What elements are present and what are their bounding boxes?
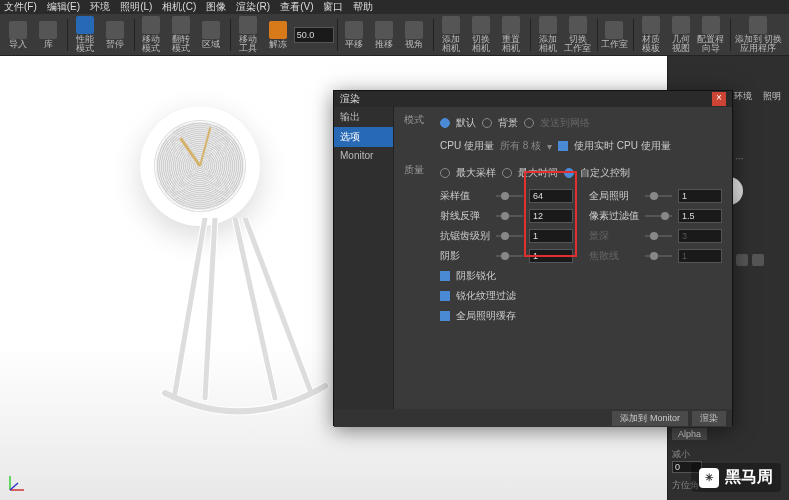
caustics-label: 焦散线 [589, 249, 639, 263]
menu-edit[interactable]: 编辑(E) [47, 0, 80, 14]
alpha-button[interactable]: Alpha [672, 428, 707, 440]
cb-shadow-sharp-label: 阴影锐化 [456, 269, 496, 283]
dof-input[interactable] [678, 229, 722, 243]
gi-input[interactable] [678, 189, 722, 203]
add-to-monitor-button[interactable]: 添加到 Monitor [612, 411, 688, 426]
tool-move-mode[interactable]: 移动 模式 [137, 15, 165, 55]
sample-label: 采样值 [440, 189, 490, 203]
cpu-usage-label: CPU 使用量 [440, 139, 494, 153]
caustics-input[interactable] [678, 249, 722, 263]
focal-spinner[interactable] [294, 27, 334, 43]
cpu-cores-label: 所有 8 核 [500, 139, 541, 153]
dof-label: 景深 [589, 229, 639, 243]
render-dialog: 渲染 × 输出 选项 Monitor 模式 默认 背景 发送到网络 CPU 使用… [333, 90, 733, 426]
clock-model [140, 106, 260, 226]
dlg-tab-monitor[interactable]: Monitor [334, 147, 393, 164]
main-menubar: 文件(F) 编辑(E) 环境 照明(L) 相机(C) 图像 渲染(R) 查看(V… [0, 0, 789, 14]
hdri-btn-5[interactable] [736, 254, 748, 266]
ps-label: 像素过滤值 [589, 209, 639, 223]
rb-slider[interactable] [496, 215, 523, 217]
menu-image[interactable]: 图像 [206, 0, 226, 14]
render-button[interactable]: 渲染 [692, 411, 726, 426]
tool-geom-view[interactable]: 几何 视图 [667, 15, 695, 55]
menu-file[interactable]: 文件(F) [4, 0, 37, 14]
gi-label: 全局照明 [589, 189, 639, 203]
radio-max-sample[interactable] [440, 168, 450, 178]
gi-slider[interactable] [645, 195, 672, 197]
tool-add-camera[interactable]: 添加 相机 [437, 15, 465, 55]
hdri-btn-6[interactable] [752, 254, 764, 266]
radio-background[interactable] [482, 118, 492, 128]
tool-switch-studio[interactable]: 切换 工作室 [564, 15, 592, 55]
cb-gi-cache-label: 全局照明缓存 [456, 309, 516, 323]
rtab2-env[interactable]: 环境 [734, 90, 752, 103]
cb-texture-filter[interactable] [440, 291, 450, 301]
radio-bg-label: 背景 [498, 116, 518, 130]
watermark-text: 黑马周 [725, 467, 773, 488]
tool-mat-template[interactable]: 材质 模板 [637, 15, 665, 55]
rtab2-light[interactable]: 照明 [763, 90, 781, 103]
svg-line-2 [10, 483, 18, 490]
radio-max-sample-label: 最大采样 [456, 166, 496, 180]
dialog-sidebar: 输出 选项 Monitor [334, 107, 394, 409]
axis-gizmo[interactable] [6, 472, 28, 494]
tool-pause[interactable]: 性能 模式 [71, 15, 99, 55]
shadow-slider[interactable] [496, 255, 523, 257]
tool-flip-mode[interactable]: 翻转 模式 [167, 15, 195, 55]
tool-studio[interactable]: 工作室 [600, 15, 628, 55]
menu-env[interactable]: 环境 [90, 0, 110, 14]
dialog-close-button[interactable]: × [712, 92, 726, 106]
radio-default-label: 默认 [456, 116, 476, 130]
tool-unfreeze[interactable]: 解冻 [264, 15, 292, 55]
caustics-slider[interactable] [645, 255, 672, 257]
menu-render[interactable]: 渲染(R) [236, 0, 270, 14]
rb-label: 射线反弹 [440, 209, 490, 223]
cb-texture-filter-label: 锐化纹理过滤 [456, 289, 516, 303]
wechat-icon: ✳ [699, 468, 719, 488]
radio-max-time[interactable] [502, 168, 512, 178]
tool-pan[interactable]: 平移 [340, 15, 368, 55]
tool-dolly[interactable]: 推移 [370, 15, 398, 55]
cb-realtime-cpu[interactable] [558, 141, 568, 151]
tool-import[interactable]: 导入 [4, 15, 32, 55]
dialog-titlebar[interactable]: 渲染 × [334, 91, 732, 107]
cb-gi-cache[interactable] [440, 311, 450, 321]
quality-label: 质量 [404, 163, 434, 177]
menu-camera[interactable]: 相机(C) [162, 0, 196, 14]
dof-slider[interactable] [645, 235, 672, 237]
tool-perspective[interactable]: 视角 [400, 15, 428, 55]
section-reduce: 减小 [672, 448, 785, 461]
tool-region[interactable]: 区域 [197, 15, 225, 55]
tool-config-wizard[interactable]: 配置程 向导 [697, 15, 725, 55]
ps-slider[interactable] [645, 215, 672, 217]
main-toolbar: 导入 库 性能 模式 暂停 移动 模式 翻转 模式 区域 移动 工具 解冻 平移… [0, 14, 789, 56]
menu-help[interactable]: 帮助 [353, 0, 373, 14]
menu-view[interactable]: 查看(V) [280, 0, 313, 14]
radio-send[interactable] [524, 118, 534, 128]
radio-send-label: 发送到网络 [540, 116, 590, 130]
menu-light[interactable]: 照明(L) [120, 0, 152, 14]
tool-reset-camera[interactable]: 重置 相机 [497, 15, 525, 55]
tool-pause2[interactable]: 暂停 [101, 15, 129, 55]
dlg-tab-options[interactable]: 选项 [334, 127, 393, 147]
dialog-footer: 添加到 Monitor 渲染 [334, 409, 732, 427]
sample-slider[interactable] [496, 195, 523, 197]
radio-custom-label: 自定义控制 [580, 166, 630, 180]
dialog-title-text: 渲染 [340, 92, 360, 106]
tool-add-app[interactable]: 添加到 切换应用程序 [734, 15, 783, 55]
cb-realtime-label: 使用实时 CPU 使用量 [574, 139, 671, 153]
tool-library[interactable]: 库 [34, 15, 62, 55]
tool-switch-camera[interactable]: 切换 相机 [467, 15, 495, 55]
tool-move[interactable]: 移动 工具 [234, 15, 262, 55]
ps-input[interactable] [678, 209, 722, 223]
tool-add-camera2[interactable]: 添加 相机 [534, 15, 562, 55]
highlight-box [524, 171, 577, 257]
ao-slider[interactable] [496, 235, 523, 237]
radio-default[interactable] [440, 118, 450, 128]
ao-label: 抗锯齿级别 [440, 229, 490, 243]
cb-shadow-sharp[interactable] [440, 271, 450, 281]
dlg-tab-output[interactable]: 输出 [334, 107, 393, 127]
menu-window[interactable]: 窗口 [323, 0, 343, 14]
mode-label: 模式 [404, 113, 434, 127]
shadow-label: 阴影 [440, 249, 490, 263]
